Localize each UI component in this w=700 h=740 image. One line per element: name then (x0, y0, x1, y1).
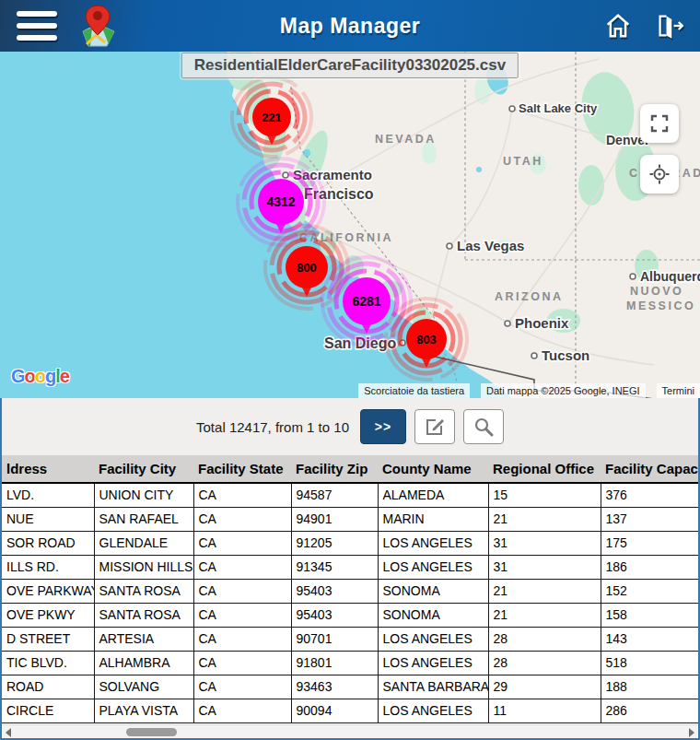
table-cell: 21 (488, 507, 601, 531)
table-cell: 143 (601, 627, 698, 651)
column-header[interactable]: Facility Capaci (601, 455, 698, 483)
table-cell: LOS ANGELES (378, 627, 488, 651)
edit-icon (425, 417, 445, 437)
column-header[interactable]: ldress (2, 455, 94, 483)
table-cell: CA (193, 675, 291, 699)
table-cell: 95403 (291, 603, 378, 627)
logout-icon[interactable] (656, 12, 683, 40)
table-cell: PLAYA VISTA (94, 699, 193, 722)
hamburger-menu-icon[interactable] (17, 11, 57, 41)
table-cell: 137 (601, 507, 698, 531)
pagination-summary: Total 12417, from 1 to 10 (196, 419, 349, 435)
state-label: NUOVO (630, 285, 683, 298)
table-row[interactable]: NUESAN RAFAELCA94901MARIN21137 (2, 507, 698, 531)
marker-count: 221 (262, 111, 282, 124)
table-cell: UNION CITY (94, 483, 193, 507)
table-cell: 188 (601, 675, 698, 699)
my-location-button[interactable] (640, 155, 679, 194)
map-canvas[interactable]: NEVADACALIFORNIAUTAHARIZONANUOVOMESSICOC… (0, 52, 700, 398)
search-icon (473, 417, 494, 437)
table-cell: 90094 (291, 699, 378, 722)
table-cell: MISSION HILLS (94, 555, 193, 579)
table-cell: CA (193, 579, 291, 603)
map-dataset-title: ResidentialElderCareFacility03302025.csv (181, 53, 519, 78)
edit-button[interactable] (414, 409, 455, 444)
map-manager-app: Map Manager (0, 0, 700, 740)
table-cell: CA (193, 555, 291, 579)
table-cell: 158 (601, 603, 698, 627)
table-cell: SANTA ROSA (94, 603, 193, 627)
table-row[interactable]: ILLS RD.MISSION HILLSCA91345LOS ANGELES3… (2, 555, 698, 579)
app-header: Map Manager (0, 0, 700, 52)
table-cell: 11 (488, 699, 601, 722)
table-cell: 93463 (291, 675, 378, 699)
column-header[interactable]: Facility State (193, 455, 291, 483)
city-dot (531, 353, 537, 358)
table-cell: LOS ANGELES (378, 651, 488, 675)
fullscreen-button[interactable] (640, 104, 679, 143)
marker-count: 4312 (266, 194, 295, 209)
table-cell: CA (193, 651, 291, 675)
horizontal-scrollbar[interactable] (2, 724, 698, 738)
city-label: Las Vegas (457, 238, 524, 253)
column-header[interactable]: Regional Office (488, 455, 601, 483)
table-row[interactable]: TIC BLVD.ALHAMBRACA91801LOS ANGELES28518 (2, 651, 698, 675)
table-row[interactable]: ROADSOLVANGCA93463SANTA BARBARA29188 (2, 675, 698, 699)
keyboard-shortcuts-link[interactable]: Scorciatoie da tastiera (358, 383, 470, 398)
home-icon[interactable] (604, 12, 632, 40)
city-dot (505, 321, 510, 326)
table-cell: 94901 (291, 507, 378, 531)
table-cell: 28 (488, 627, 601, 651)
table-cell: SANTA ROSA (94, 579, 193, 603)
scroll-left-arrow[interactable] (2, 725, 15, 739)
table-cell: 21 (488, 579, 601, 603)
table-row[interactable]: LVD.UNION CITYCA94587ALAMEDA15376 (2, 483, 698, 507)
table-cell: CA (193, 483, 291, 507)
column-header[interactable]: County Name (378, 455, 488, 483)
table-cell: 91345 (291, 555, 378, 579)
table-cell: LOS ANGELES (378, 531, 488, 555)
table-cell: 95403 (291, 579, 378, 603)
state-label: NEVADA (375, 133, 437, 146)
table-row[interactable]: OVE PKWYSANTA ROSACA95403SONOMA21158 (2, 603, 698, 627)
marker-count: 6281 (352, 294, 380, 309)
marker-count: 800 (297, 261, 317, 275)
table-cell: MARIN (378, 507, 488, 531)
table-cell: CA (193, 603, 291, 627)
pagination-toolbar: Total 12417, from 1 to 10 >> (2, 398, 698, 455)
table-row[interactable]: CIRCLEPLAYA VISTACA90094LOS ANGELES11286 (2, 699, 698, 722)
table-cell: 518 (601, 651, 698, 675)
my-location-icon (649, 164, 670, 184)
table-cell: CA (193, 531, 291, 555)
scrollbar-thumb[interactable] (126, 728, 177, 736)
terms-link[interactable]: Termini (657, 383, 700, 398)
table-cell: ROAD (2, 675, 94, 699)
column-header[interactable]: Facility City (94, 455, 193, 483)
table-cell: LOS ANGELES (378, 555, 488, 579)
table-cell: SANTA BARBARA (378, 675, 488, 699)
table-cell: LOS ANGELES (378, 699, 488, 722)
results-panel: Total 12417, from 1 to 10 >> ldressFacil… (0, 398, 700, 740)
table-cell: ILLS RD. (2, 555, 94, 579)
city-label: Albuquerque (640, 269, 700, 284)
table-cell: SOLVANG (94, 675, 193, 699)
table-cell: 286 (601, 699, 698, 722)
table-cell: CA (193, 627, 291, 651)
state-label: MESSICO (626, 300, 695, 312)
table-cell: ARTESIA (94, 627, 193, 651)
city-dot (447, 243, 452, 249)
table-row[interactable]: SOR ROADGLENDALECA91205LOS ANGELES31175 (2, 531, 698, 555)
state-label: UTAH (503, 155, 543, 168)
table-cell: SAN RAFAEL (94, 507, 193, 531)
google-logo[interactable]: Google (11, 366, 69, 387)
fullscreen-icon (650, 114, 669, 133)
table-cell: GLENDALE (94, 531, 193, 555)
table-row[interactable]: D STREETARTESIACA90701LOS ANGELES28143 (2, 627, 698, 651)
scroll-right-arrow[interactable] (685, 725, 698, 739)
next-page-button[interactable]: >> (360, 409, 406, 444)
table-cell: LVD. (2, 483, 94, 507)
table-cell: CA (193, 507, 291, 531)
table-row[interactable]: OVE PARKWAYSANTA ROSACA95403SONOMA21152 (2, 579, 698, 603)
column-header[interactable]: Facility Zip (291, 455, 378, 483)
search-button[interactable] (463, 409, 504, 444)
